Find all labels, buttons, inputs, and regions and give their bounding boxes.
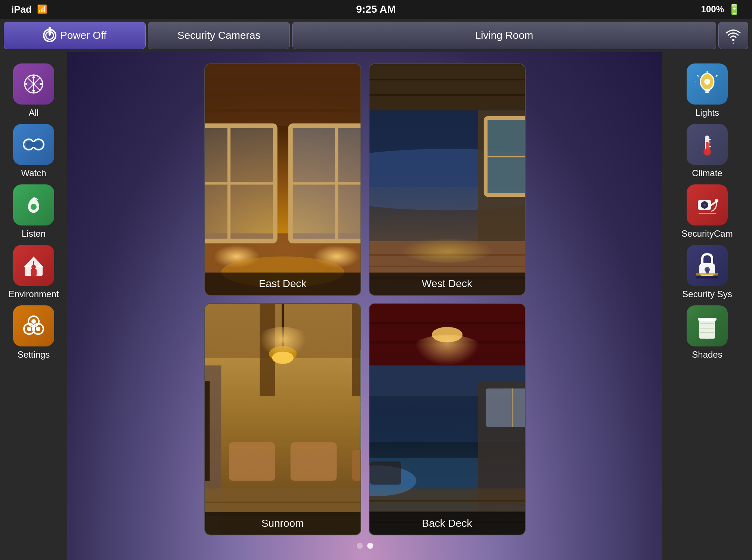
camera-west-deck[interactable]: West Deck: [369, 63, 526, 296]
sidebar-item-all[interactable]: All: [13, 63, 54, 118]
wifi-icon: 📶: [37, 4, 47, 14]
svg-rect-118: [705, 91, 709, 93]
settings-icon: [13, 305, 54, 346]
living-room-label: Living Room: [475, 29, 533, 41]
living-room-button[interactable]: Living Room: [292, 22, 716, 49]
east-deck-label: East Deck: [205, 273, 360, 295]
sidebar-item-securitycam[interactable]: SecurityCam: [681, 184, 733, 239]
settings-label: Settings: [18, 349, 50, 360]
power-svg: [44, 28, 55, 43]
sunroom-label: Sunroom: [205, 512, 360, 535]
environment-icon: [13, 245, 54, 286]
device-label: iPad: [11, 4, 32, 15]
page-dot-1[interactable]: [357, 543, 363, 549]
left-sidebar: All Watch: [0, 52, 67, 560]
svg-point-79: [244, 327, 321, 389]
all-label: All: [29, 108, 39, 118]
svg-line-121: [716, 75, 717, 77]
wifi-button[interactable]: A: [718, 22, 748, 49]
main-content: East Deck: [67, 52, 662, 560]
svg-rect-114: [370, 461, 401, 485]
svg-rect-56: [369, 64, 525, 111]
sidebar-item-watch[interactable]: Watch: [13, 124, 54, 178]
climate-icon: [687, 124, 728, 165]
svg-point-70: [401, 235, 493, 262]
camera-east-deck[interactable]: East Deck: [204, 63, 361, 296]
status-right: 100% 🔋: [701, 3, 741, 16]
sidebar-item-climate[interactable]: Climate: [687, 124, 728, 178]
svg-point-123: [704, 79, 710, 85]
svg-rect-126: [706, 142, 709, 153]
right-sidebar: Lights Climate: [662, 52, 752, 560]
back-deck-label: Back Deck: [369, 512, 525, 535]
sidebar-item-securitysys[interactable]: Security Sys: [682, 245, 732, 299]
cameras-label: Security Cameras: [177, 29, 261, 41]
page-dot-2[interactable]: [367, 543, 373, 549]
sidebar-item-environment[interactable]: Environment: [9, 245, 59, 299]
status-bar: iPad 📶 9:25 AM 100% 🔋: [0, 0, 752, 19]
svg-rect-23: [31, 269, 37, 276]
all-icon: [13, 63, 54, 105]
listen-icon: [13, 184, 54, 225]
main-layout: All Watch: [0, 52, 752, 560]
svg-point-29: [36, 327, 40, 331]
environment-label: Environment: [9, 289, 59, 299]
lights-label: Lights: [695, 108, 719, 118]
watch-label: Watch: [21, 168, 46, 178]
svg-point-31: [31, 319, 36, 324]
lights-icon: [687, 63, 728, 105]
listen-label: Listen: [22, 228, 46, 239]
svg-rect-103: [486, 389, 525, 427]
battery-label: 100%: [701, 4, 724, 15]
shades-icon: [687, 305, 728, 346]
svg-text:A: A: [732, 42, 735, 44]
svg-point-27: [27, 327, 31, 331]
svg-rect-85: [229, 442, 275, 481]
climate-label: Climate: [692, 168, 722, 178]
sidebar-item-shades[interactable]: Shades: [687, 305, 728, 360]
camera-sunroom[interactable]: Sunroom: [204, 303, 361, 535]
shades-label: Shades: [692, 349, 722, 360]
securitycam-label: SecurityCam: [681, 228, 733, 239]
sidebar-item-listen[interactable]: Listen: [13, 184, 54, 239]
svg-rect-143: [699, 319, 715, 339]
svg-rect-144: [698, 318, 717, 321]
power-off-button[interactable]: Power Off: [4, 22, 146, 49]
svg-point-18: [31, 204, 37, 210]
security-cameras-button[interactable]: Security Cameras: [148, 22, 290, 49]
camera-back-deck[interactable]: Back Deck: [369, 303, 526, 535]
status-left: iPad 📶: [11, 4, 47, 15]
west-deck-thumbnail: [369, 64, 525, 295]
svg-point-24: [31, 265, 36, 269]
securitysys-label: Security Sys: [682, 289, 732, 299]
west-deck-label: West Deck: [369, 273, 525, 295]
power-label: Power Off: [60, 29, 106, 41]
sidebar-item-lights[interactable]: Lights: [687, 63, 728, 118]
wifi-icon: A: [725, 27, 742, 44]
status-time: 9:25 AM: [356, 3, 396, 15]
svg-point-133: [703, 204, 706, 206]
power-icon: [43, 29, 56, 42]
east-deck-thumbnail: [205, 64, 360, 295]
sidebar-item-settings[interactable]: Settings: [13, 305, 54, 360]
back-deck-thumbnail: [369, 304, 525, 535]
camera-grid: East Deck: [204, 63, 526, 535]
svg-rect-17: [26, 142, 41, 147]
svg-point-135: [715, 199, 718, 203]
svg-rect-81: [205, 381, 210, 481]
nav-bar: Power Off Security Cameras Living Room A: [0, 19, 752, 52]
svg-rect-87: [352, 450, 360, 480]
svg-line-120: [697, 75, 699, 77]
securitycam-icon: [687, 184, 728, 225]
securitysys-icon: [687, 245, 728, 286]
svg-rect-75: [352, 304, 360, 396]
watch-icon: [13, 124, 54, 165]
svg-rect-86: [290, 442, 337, 481]
svg-rect-117: [705, 89, 710, 91]
battery-icon: 🔋: [728, 3, 741, 16]
page-dots: [357, 543, 373, 549]
sunroom-thumbnail: [205, 304, 360, 535]
svg-point-2: [732, 39, 734, 41]
